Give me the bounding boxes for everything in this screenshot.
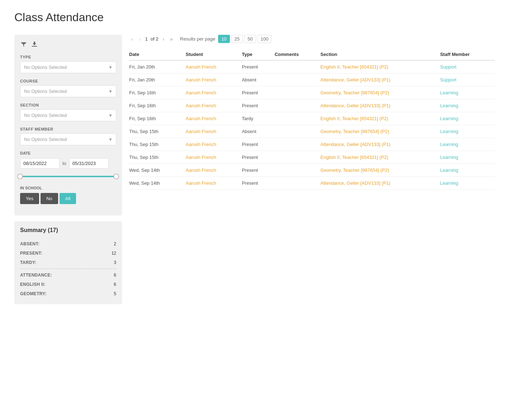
- range-fill: [20, 176, 116, 177]
- cell-comments: [275, 125, 321, 138]
- cell-comments: [275, 138, 321, 151]
- student-link[interactable]: Aarush French: [186, 103, 216, 108]
- summary-row-value: 3: [114, 260, 116, 265]
- cell-date: Fri, Jan 20th: [129, 60, 186, 74]
- in-school-all-button[interactable]: All: [60, 193, 76, 204]
- type-select[interactable]: No Options Selected: [20, 61, 116, 73]
- section-link[interactable]: English II, Teacher [654321] (P2): [320, 64, 388, 70]
- per-page-10-button[interactable]: 10: [218, 35, 230, 43]
- cell-comments: [275, 151, 321, 164]
- section-link[interactable]: Geometry, Teacher [987654] (P2): [320, 167, 389, 173]
- student-link[interactable]: Aarush French: [186, 180, 216, 186]
- date-range-slider[interactable]: [20, 173, 116, 180]
- section-label: SECTION: [20, 103, 116, 107]
- first-page-button[interactable]: «: [129, 36, 135, 43]
- cell-staff: Learning: [440, 125, 495, 138]
- student-link[interactable]: Aarush French: [186, 90, 216, 95]
- cell-student: Aarush French: [186, 138, 242, 151]
- date-from-input[interactable]: [20, 158, 60, 169]
- cell-date: Thu, Sep 15th: [129, 125, 186, 138]
- cell-section: English II, Teacher [654321] (P2): [320, 60, 440, 74]
- in-school-no-button[interactable]: No: [41, 193, 58, 204]
- main-layout: TYPE No Options Selected ▼ COURSE No Opt…: [14, 35, 495, 304]
- cell-comments: [275, 60, 321, 74]
- download-icon-button[interactable]: [31, 41, 38, 49]
- col-header-student: Student: [186, 49, 242, 60]
- staff-link[interactable]: Learning: [440, 103, 458, 108]
- staff-link[interactable]: Learning: [440, 129, 458, 134]
- last-page-button[interactable]: »: [169, 36, 174, 43]
- staff-link[interactable]: Learning: [440, 155, 458, 160]
- table-row: Wed, Sep 14thAarush FrenchPresentAttenda…: [129, 177, 495, 190]
- cell-type: Present: [242, 86, 275, 99]
- col-header-type: Type: [242, 49, 275, 60]
- cell-staff: Learning: [440, 112, 495, 125]
- filter-icon-button[interactable]: [20, 41, 27, 49]
- cell-staff: Learning: [440, 138, 495, 151]
- student-link[interactable]: Aarush French: [186, 116, 216, 121]
- staff-link[interactable]: Learning: [440, 116, 458, 121]
- student-link[interactable]: Aarush French: [186, 64, 216, 70]
- per-page-50-button[interactable]: 50: [244, 35, 256, 43]
- summary-row-label: GEOMETRY:: [20, 291, 47, 296]
- cell-staff: Learning: [440, 164, 495, 177]
- next-page-button[interactable]: ›: [161, 36, 166, 43]
- student-link[interactable]: Aarush French: [186, 167, 216, 173]
- table-row: Thu, Sep 15thAarush FrenchPresentAttenda…: [129, 138, 495, 151]
- section-link[interactable]: English II, Teacher [654321] (P2): [320, 116, 388, 121]
- section-select[interactable]: No Options Selected: [20, 109, 116, 121]
- section-link[interactable]: Attendance, Geller [ADV133] (P1): [320, 142, 390, 147]
- staff-link[interactable]: Learning: [440, 167, 458, 173]
- summary-divider: [20, 269, 116, 269]
- cell-comments: [275, 112, 321, 125]
- cell-section: Attendance, Geller [ADV133] (P1): [320, 74, 440, 86]
- summary-rows-container: ABSENT:2PRESENT:12TARDY:3ATTENDANCE:6ENG…: [20, 239, 116, 298]
- prev-page-button[interactable]: ‹: [138, 36, 142, 43]
- cell-section: Attendance, Geller [ADV133] (P1): [320, 138, 440, 151]
- date-label: DATE: [20, 151, 116, 155]
- section-link[interactable]: Attendance, Geller [ADV133] (P1): [320, 180, 390, 186]
- section-link[interactable]: Attendance, Geller [ADV133] (P1): [320, 103, 390, 108]
- cell-date: Thu, Sep 15th: [129, 138, 186, 151]
- course-select[interactable]: No Options Selected: [20, 85, 116, 97]
- summary-row-value: 2: [114, 241, 116, 246]
- table-row: Fri, Sep 16thAarush FrenchPresentAttenda…: [129, 99, 495, 112]
- section-link[interactable]: Attendance, Geller [ADV133] (P1): [320, 77, 390, 82]
- section-link[interactable]: English II, Teacher [654321] (P2): [320, 155, 388, 160]
- cell-type: Present: [242, 138, 275, 151]
- cell-section: Geometry, Teacher [987654] (P2): [320, 125, 440, 138]
- staff-link[interactable]: Support: [440, 64, 457, 70]
- date-to-input[interactable]: [69, 158, 109, 169]
- cell-staff: Support: [440, 74, 495, 86]
- attendance-table: DateStudentTypeCommentsSectionStaff Memb…: [129, 49, 495, 190]
- per-page-25-button[interactable]: 25: [231, 35, 243, 43]
- table-row: Fri, Jan 20thAarush FrenchPresentEnglish…: [129, 60, 495, 74]
- in-school-toggle-group: Yes No All: [20, 193, 116, 204]
- staff-link[interactable]: Learning: [440, 142, 458, 147]
- student-link[interactable]: Aarush French: [186, 129, 216, 134]
- student-link[interactable]: Aarush French: [186, 77, 216, 82]
- summary-row-label: ATTENDANCE:: [20, 273, 52, 278]
- range-thumb-left[interactable]: [17, 174, 23, 179]
- section-link[interactable]: Geometry, Teacher [987654] (P2): [320, 129, 389, 134]
- pagination-of: of 2: [151, 36, 159, 42]
- cell-staff: Learning: [440, 99, 495, 112]
- staff-link[interactable]: Support: [440, 77, 457, 82]
- cell-staff: Learning: [440, 151, 495, 164]
- student-link[interactable]: Aarush French: [186, 142, 216, 147]
- staff-link[interactable]: Learning: [440, 180, 458, 186]
- table-row: Fri, Sep 16thAarush FrenchPresentGeometr…: [129, 86, 495, 99]
- summary-row-label: ENGLISH II:: [20, 282, 46, 287]
- staff-select[interactable]: No Options Selected: [20, 133, 116, 145]
- in-school-label: IN SCHOOL: [20, 186, 116, 190]
- summary-row: ABSENT:2: [20, 239, 116, 249]
- staff-link[interactable]: Learning: [440, 90, 458, 95]
- in-school-yes-button[interactable]: Yes: [20, 193, 39, 204]
- per-page-100-button[interactable]: 100: [258, 35, 272, 43]
- table-body: Fri, Jan 20thAarush FrenchPresentEnglish…: [129, 60, 495, 190]
- summary-row-value: 5: [114, 291, 116, 296]
- range-thumb-right[interactable]: [113, 174, 119, 179]
- student-link[interactable]: Aarush French: [186, 155, 216, 160]
- cell-type: Present: [242, 99, 275, 112]
- section-link[interactable]: Geometry, Teacher [987654] (P2): [320, 90, 389, 95]
